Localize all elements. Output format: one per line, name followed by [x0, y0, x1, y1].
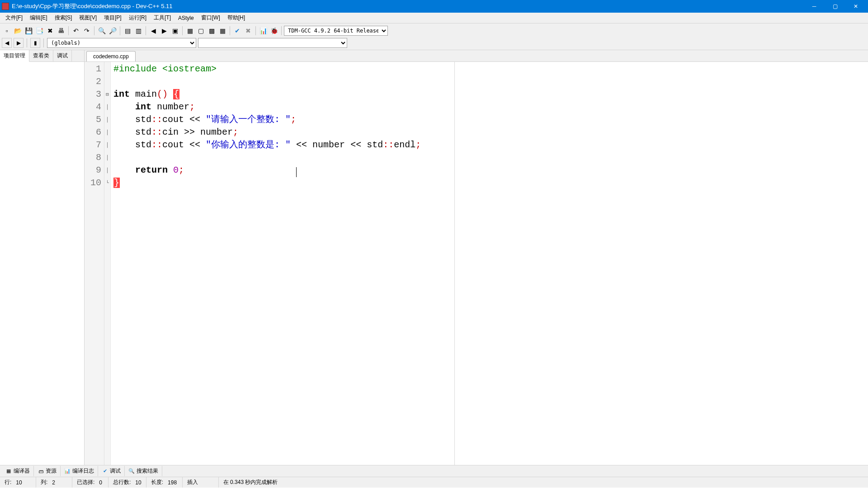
separator: [120, 26, 120, 35]
back-icon[interactable]: ◀: [2, 38, 12, 48]
separator: [255, 26, 256, 35]
bottom-tab-search[interactable]: 🔍搜索结果: [125, 466, 162, 476]
print-icon[interactable]: 🖶: [56, 26, 66, 36]
status-bar: 行: 10 列: 2 已选择: 0 总行数: 10 长度: 198 插入 在 0…: [0, 477, 868, 488]
symbols-combo[interactable]: [198, 38, 347, 48]
run-icon[interactable]: ▢: [196, 26, 206, 36]
separator: [94, 26, 94, 35]
close-button[interactable]: ✕: [845, 0, 866, 13]
goto-icon[interactable]: ▥: [133, 26, 143, 36]
compile-icon[interactable]: ▦: [185, 26, 195, 36]
check-icon: ✔: [102, 468, 108, 474]
separator: [68, 26, 69, 35]
text-cursor: [296, 167, 297, 177]
window-title: E:\e-study\Cpp-学习整理\code\codedemo.cpp - …: [12, 2, 804, 10]
sidebar-tab-debug[interactable]: 调试: [53, 50, 72, 61]
compile-run-icon[interactable]: ▩: [207, 26, 217, 36]
undo-icon[interactable]: ↶: [71, 26, 81, 36]
separator: [182, 26, 183, 35]
separator: [146, 26, 146, 35]
preproc: #include <iostream>: [113, 64, 217, 74]
code-editor[interactable]: 12345678910 ⊟││││││└ #include <iostream>…: [85, 62, 868, 465]
bottom-tab-resources[interactable]: 🗃资源: [34, 466, 61, 476]
resource-icon: 🗃: [38, 468, 44, 474]
log-icon: 📊: [64, 468, 71, 474]
replace-icon[interactable]: 🔎: [108, 26, 118, 36]
menu-search[interactable]: 搜索[S]: [51, 13, 76, 23]
separator: [43, 38, 44, 47]
close-file-icon[interactable]: ✖: [45, 26, 55, 36]
fold-toggle-icon[interactable]: ⊟: [104, 88, 110, 101]
sidebar-content: [0, 62, 84, 465]
menu-help[interactable]: 帮助[H]: [224, 13, 249, 23]
fold-gutter: ⊟││││││└: [104, 62, 111, 465]
maximize-button[interactable]: ▢: [825, 0, 845, 13]
brace-match: }: [113, 178, 120, 188]
status-mode: 插入: [183, 477, 219, 488]
check-icon[interactable]: ✔: [232, 26, 242, 36]
status-total: 总行数: 10: [108, 477, 146, 488]
bottom-tab-debug[interactable]: ✔调试: [98, 466, 125, 476]
menu-view[interactable]: 视图[V]: [75, 13, 100, 23]
toggle-icon[interactable]: ▮: [30, 38, 40, 48]
bottom-panel-tabs: ▦编译器 🗃资源 📊编译日志 ✔调试 🔍搜索结果: [0, 465, 868, 477]
menu-tools[interactable]: 工具[T]: [150, 13, 175, 23]
separator: [281, 26, 282, 35]
toolbar: ▫ 📂 💾 📑 ✖ 🖶 ↶ ↷ 🔍 🔎 ▤ ▥ ◀ ▶ ▣ ▦ ▢ ▩ ▦ ✔ …: [0, 23, 868, 50]
save-icon[interactable]: 💾: [24, 26, 33, 36]
rebuild-icon[interactable]: ▦: [217, 26, 227, 36]
separator: [27, 38, 27, 47]
redo-icon[interactable]: ↷: [82, 26, 92, 36]
bookmark-icon[interactable]: ▤: [123, 26, 132, 36]
sidebar: 项目管理 查看类 调试: [0, 50, 85, 465]
bottom-tab-log[interactable]: 📊编译日志: [61, 466, 98, 476]
title-bar: E:\e-study\Cpp-学习整理\code\codedemo.cpp - …: [0, 0, 868, 13]
stop-icon[interactable]: ▣: [170, 26, 180, 36]
minimize-button[interactable]: ─: [804, 0, 825, 13]
editor-area: codedemo.cpp 12345678910 ⊟││││││└ #inclu…: [85, 50, 868, 465]
profile-icon[interactable]: 📊: [258, 26, 268, 36]
status-col: 列: 2: [36, 477, 72, 488]
status-parse: 在 0.343 秒内完成解析: [219, 477, 868, 488]
menu-bar: 文件[F] 编辑[E] 搜索[S] 视图[V] 项目[P] 运行[R] 工具[T…: [0, 13, 868, 23]
menu-astyle[interactable]: AStyle: [175, 14, 198, 23]
sidebar-tab-classes[interactable]: 查看类: [29, 50, 53, 61]
line-gutter: 12345678910: [85, 62, 104, 465]
find-icon[interactable]: 🔍: [97, 26, 107, 36]
separator: [230, 26, 230, 35]
open-file-icon[interactable]: 📂: [13, 26, 23, 36]
status-len: 长度: 198: [146, 477, 183, 488]
editor-tab[interactable]: codedemo.cpp: [86, 51, 136, 61]
menu-window[interactable]: 窗口[W]: [198, 13, 224, 23]
print-margin: [454, 62, 455, 465]
globals-combo[interactable]: (globals): [47, 38, 196, 48]
save-all-icon[interactable]: 📑: [34, 26, 44, 36]
code-body[interactable]: #include <iostream> int main() { int num…: [111, 62, 868, 465]
prev-icon[interactable]: ◀: [148, 26, 158, 36]
menu-run[interactable]: 运行[R]: [125, 13, 150, 23]
new-file-icon[interactable]: ▫: [2, 26, 12, 36]
search-icon: 🔍: [128, 468, 135, 474]
menu-project[interactable]: 项目[P]: [100, 13, 125, 23]
bottom-tab-compiler[interactable]: ▦编译器: [2, 466, 34, 476]
compiler-select[interactable]: TDM-GCC 4.9.2 64-bit Release: [284, 26, 388, 36]
menu-edit[interactable]: 编辑[E]: [26, 13, 51, 23]
delete-icon[interactable]: ✖: [243, 26, 253, 36]
next-icon[interactable]: ▶: [159, 26, 169, 36]
grid-icon: ▦: [5, 468, 12, 474]
sidebar-tab-project[interactable]: 项目管理: [0, 50, 29, 62]
app-icon: [2, 3, 9, 10]
forward-icon[interactable]: ▶: [14, 38, 24, 48]
brace-match: {: [173, 89, 179, 99]
status-sel: 已选择: 0: [72, 477, 108, 488]
status-line: 行: 10: [0, 477, 36, 488]
debug-icon[interactable]: 🐞: [269, 26, 279, 36]
menu-file[interactable]: 文件[F]: [2, 13, 26, 23]
